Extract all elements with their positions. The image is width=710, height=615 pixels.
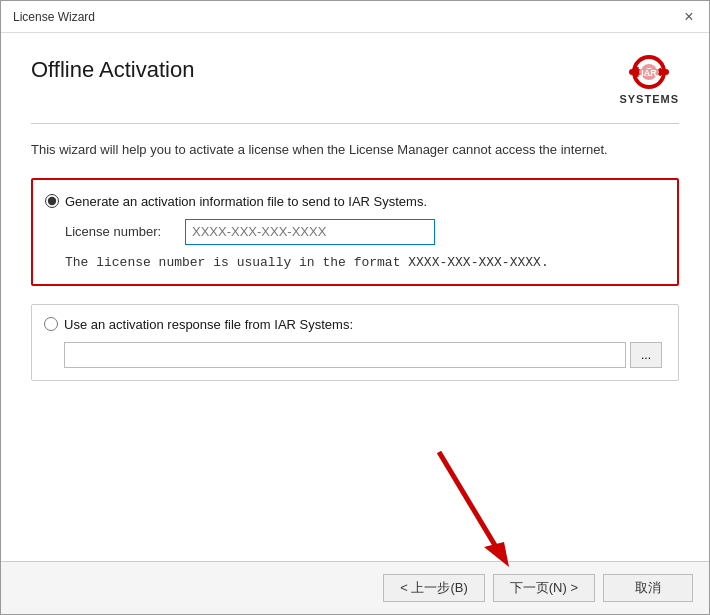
main-content: Offline Activation IAR [1, 33, 709, 561]
back-button[interactable]: < 上一步(B) [383, 574, 485, 602]
header-row: Offline Activation IAR [31, 53, 679, 105]
response-file-row: ... [44, 342, 662, 368]
option1-box: Generate an activation information file … [31, 178, 679, 286]
footer: < 上一步(B) 下一页(N) > 取消 [1, 561, 709, 614]
option1-radio-label[interactable]: Generate an activation information file … [45, 194, 661, 209]
cancel-button[interactable]: 取消 [603, 574, 693, 602]
option2-radio[interactable] [44, 317, 58, 331]
header-divider [31, 123, 679, 124]
license-number-input[interactable] [185, 219, 435, 245]
description-text: This wizard will help you to activate a … [31, 140, 679, 160]
option1-label-text: Generate an activation information file … [65, 194, 427, 209]
next-button[interactable]: 下一页(N) > [493, 574, 595, 602]
window-title: License Wizard [13, 10, 95, 24]
title-bar: License Wizard × [1, 1, 709, 33]
option1-radio[interactable] [45, 194, 59, 208]
iar-logo-icon: IAR [625, 53, 673, 91]
response-file-input[interactable] [64, 342, 626, 368]
option2-label-text: Use an activation response file from IAR… [64, 317, 353, 332]
close-button[interactable]: × [677, 5, 701, 29]
license-wizard-window: License Wizard × Offline Activation [0, 0, 710, 615]
logo-text: SYSTEMS [619, 93, 679, 105]
format-note: The license number is usually in the for… [45, 255, 661, 270]
license-number-label: License number: [65, 224, 185, 239]
logo: IAR SYSTEMS [619, 53, 679, 105]
option2-box: Use an activation response file from IAR… [31, 304, 679, 381]
page-title: Offline Activation [31, 57, 194, 83]
option2-radio-label[interactable]: Use an activation response file from IAR… [44, 317, 662, 332]
license-number-row: License number: [45, 219, 661, 245]
svg-text:IAR: IAR [641, 68, 657, 78]
browse-button[interactable]: ... [630, 342, 662, 368]
